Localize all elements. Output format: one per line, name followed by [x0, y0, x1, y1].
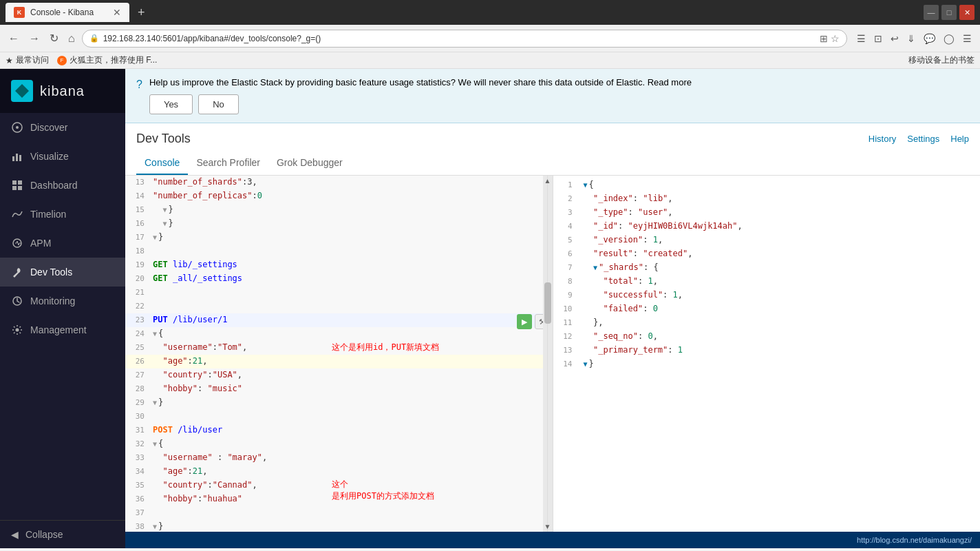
table-row: 28 "hobby": "music": [125, 382, 553, 396]
collapse-label: Collapse: [25, 529, 63, 540]
sidebar-logo: kibana: [0, 69, 125, 113]
profile-button[interactable]: ◯: [941, 30, 957, 47]
editor-scrollbar[interactable]: ▲ ▼: [543, 176, 553, 532]
table-row: 16 ▼}: [125, 217, 553, 231]
qr-button[interactable]: ⊞: [820, 33, 828, 44]
scroll-down-icon[interactable]: ▼: [544, 523, 551, 530]
collapse-sidebar-button[interactable]: ◀ Collapse: [0, 520, 125, 548]
table-row: 25 "username":"Tom", 这个是利用id，PUT新填文档: [125, 341, 553, 355]
table-row: 18: [125, 245, 553, 258]
bookmark-firefox[interactable]: F 火狐主页，推荐使用 F...: [57, 54, 157, 66]
bookmark-icon: ★: [6, 56, 13, 65]
history-link[interactable]: History: [869, 134, 896, 144]
comment-zh-2: 这个是利用POST的方式添加文档: [332, 479, 434, 502]
list-item: 6 "result": "created",: [553, 247, 981, 261]
list-item: 14 ▼}: [553, 357, 981, 371]
bookmark-most-visited[interactable]: ★ 最常访问: [6, 54, 49, 66]
new-tab-button[interactable]: +: [135, 6, 148, 20]
dev-tools-header: Dev Tools History Settings Help: [125, 123, 980, 146]
tabs-bar: Console Search Profiler Grok Debugger: [125, 152, 980, 176]
home-button[interactable]: ⌂: [65, 30, 78, 48]
security-icon: 🔒: [89, 34, 99, 43]
tab-grok-debugger[interactable]: Grok Debugger: [268, 152, 351, 175]
sidebar-item-monitoring[interactable]: Monitoring: [0, 287, 125, 315]
table-row: 31 POST /lib/user: [125, 424, 553, 437]
tab-search-profiler[interactable]: Search Profiler: [188, 152, 268, 175]
sidebar-label-timelion: Timelion: [30, 209, 66, 220]
monitoring-icon: [11, 295, 23, 307]
bookmark-star[interactable]: ☆: [831, 33, 840, 44]
tab-close-button[interactable]: ✕: [113, 7, 121, 18]
compass-icon: [11, 121, 23, 134]
wrench-icon: [11, 266, 23, 278]
grid-icon: [11, 179, 23, 191]
list-item: 9 "successful": 1,: [553, 289, 981, 302]
kibana-icon: [11, 80, 33, 102]
scrollbar-thumb[interactable]: [544, 282, 551, 324]
table-row: 15 ▼}: [125, 203, 553, 217]
svg-rect-7: [12, 186, 17, 190]
editor-container: 13 "number_of_shards":3, 14 "number_of_r…: [125, 176, 980, 532]
reload-button[interactable]: ↻: [47, 29, 61, 48]
comment-zh-1: 这个是利用id，PUT新填文档: [332, 341, 439, 354]
tab-console[interactable]: Console: [136, 152, 188, 175]
sidebar-item-management[interactable]: Management: [0, 315, 125, 344]
download-button[interactable]: ⇓: [904, 30, 918, 47]
list-item: 5 "_version": 1,: [553, 233, 981, 247]
bookmarks-bar: ★ 最常访问 F 火狐主页，推荐使用 F... 移动设备上的书签: [0, 52, 980, 69]
svg-rect-2: [12, 156, 14, 161]
minimize-button[interactable]: —: [924, 5, 939, 20]
code-editor[interactable]: 13 "number_of_shards":3, 14 "number_of_r…: [125, 176, 553, 532]
svg-point-11: [16, 329, 19, 332]
menu-button[interactable]: ☰: [960, 30, 974, 47]
chat-button[interactable]: 💬: [921, 30, 938, 47]
page-title: Dev Tools: [136, 132, 191, 146]
table-row: 27 "country":"USA",: [125, 368, 553, 382]
list-item: 10 "failed": 0: [553, 302, 981, 316]
apm-icon: [11, 237, 23, 249]
mobile-bookmark[interactable]: 移动设备上的书签: [908, 54, 974, 66]
back-button[interactable]: ←: [6, 30, 22, 48]
sidebar-item-dev-tools[interactable]: Dev Tools: [0, 258, 125, 287]
close-button[interactable]: ✕: [959, 5, 974, 20]
sidebar-item-dashboard[interactable]: Dashboard: [0, 171, 125, 200]
sidebar-item-discover[interactable]: Discover: [0, 113, 125, 142]
list-item: 4 "_id": "eyjHIW0Bi6VL4wjk14ah",: [553, 220, 981, 233]
gear-icon: [11, 324, 23, 336]
bar-chart-icon: [11, 150, 23, 163]
info-banner: ? Help us improve the Elastic Stack by p…: [125, 69, 980, 123]
yes-button[interactable]: Yes: [149, 94, 193, 114]
table-row: 30: [125, 410, 553, 424]
forward-button[interactable]: →: [26, 30, 43, 48]
info-icon: ?: [136, 79, 142, 91]
settings-link[interactable]: Settings: [907, 134, 939, 144]
help-link[interactable]: Help: [950, 134, 969, 144]
run-button[interactable]: ▶: [517, 314, 532, 329]
list-item: 2 "_index": "lib",: [553, 192, 981, 206]
sidebar-label-dev-tools: Dev Tools: [30, 267, 72, 278]
sidebar-item-visualize[interactable]: Visualize: [0, 142, 125, 171]
list-item: 1 ▼{: [553, 178, 981, 192]
svg-rect-3: [16, 154, 18, 161]
address-text: 192.168.23.140:5601/app/kibana#/dev_tool…: [103, 34, 816, 43]
chevron-left-icon: ◀: [11, 529, 19, 540]
split-view-button[interactable]: ⊡: [871, 30, 885, 47]
sidebar-item-timelion[interactable]: Timelion: [0, 200, 125, 229]
maximize-button[interactable]: □: [941, 5, 957, 20]
history-button[interactable]: ☰: [854, 30, 869, 47]
editor-pane[interactable]: 13 "number_of_shards":3, 14 "number_of_r…: [125, 176, 553, 532]
scroll-up-icon[interactable]: ▲: [544, 177, 551, 185]
svg-rect-5: [12, 180, 17, 185]
sidebar-label-management: Management: [30, 324, 87, 335]
undo-button[interactable]: ↩: [888, 30, 902, 47]
tab-favicon: K: [14, 7, 25, 18]
address-bar[interactable]: 🔒 192.168.23.140:5601/app/kibana#/dev_to…: [82, 30, 847, 48]
timelion-icon: [11, 208, 23, 220]
sidebar-item-apm[interactable]: APM: [0, 229, 125, 258]
table-row: 33 "username" : "maray",: [125, 451, 553, 465]
table-row: 13 "number_of_shards":3,: [125, 176, 553, 189]
no-button[interactable]: No: [198, 94, 239, 114]
list-item: 12 "_seq_no": 0,: [553, 330, 981, 344]
browser-tab[interactable]: K Console - Kibana ✕: [6, 3, 129, 22]
window-controls: — □ ✕: [924, 5, 974, 20]
